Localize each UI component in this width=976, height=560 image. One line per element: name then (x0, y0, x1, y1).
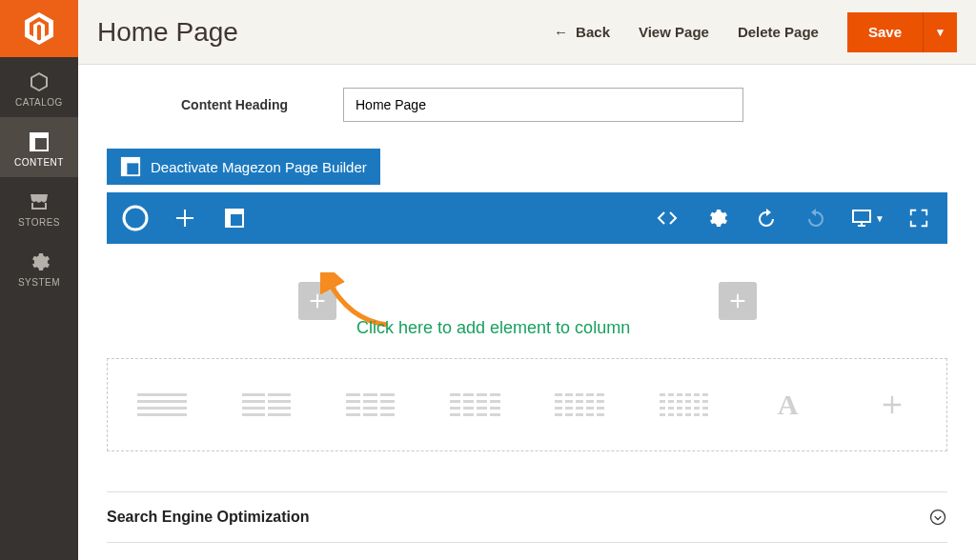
svg-rect-9 (226, 210, 231, 227)
element-type-text-6col[interactable] (648, 386, 719, 424)
undo-icon (755, 207, 778, 230)
plus-icon (173, 207, 196, 230)
plus-icon (879, 391, 905, 418)
svg-point-6 (124, 207, 147, 230)
toolbar-redo-button[interactable] (801, 203, 831, 233)
chevron-down-circle-icon (928, 508, 947, 527)
sidebar-label-content: CONTENT (14, 157, 64, 168)
delete-page-label: Delete Page (738, 24, 819, 40)
heading-icon: A (778, 389, 799, 421)
seo-section-header[interactable]: Search Engine Optimization (107, 491, 947, 543)
page-title: Home Page (97, 17, 238, 48)
save-button[interactable]: Save (847, 12, 923, 52)
toolbar-settings-button[interactable] (702, 203, 732, 233)
code-icon (656, 207, 679, 230)
element-type-text-2col[interactable] (231, 386, 301, 424)
admin-sidebar: CATALOG CONTENT STORES SYSTEM (0, 0, 78, 560)
layout-icon (120, 156, 141, 177)
plus-icon (727, 290, 748, 311)
sidebar-item-catalog[interactable]: CATALOG (0, 57, 78, 117)
element-type-add-more[interactable] (857, 386, 927, 424)
toolbar-fullscreen-button[interactable] (904, 203, 934, 233)
sidebar-label-system: SYSTEM (18, 277, 60, 288)
add-element-button[interactable] (298, 282, 336, 320)
save-dropdown-toggle[interactable]: ▼ (923, 12, 957, 52)
page-header: Home Page ← Back View Page Delete Page S… (78, 0, 976, 65)
sidebar-item-content[interactable]: CONTENT (0, 117, 78, 177)
delete-page-button[interactable]: Delete Page (738, 24, 819, 40)
svg-rect-5 (122, 158, 127, 175)
gear-icon (705, 207, 728, 230)
toolbar-code-button[interactable] (652, 203, 682, 233)
toolbar-device-button[interactable]: ▼ (850, 203, 884, 233)
add-element-button[interactable] (719, 282, 757, 320)
layout-icon (223, 207, 246, 230)
caret-down-icon: ▼ (875, 213, 884, 224)
svg-rect-2 (30, 133, 35, 150)
page-builder-toolbar: ▼ (107, 192, 947, 244)
svg-rect-10 (853, 210, 870, 222)
element-type-text-1col[interactable] (127, 386, 197, 424)
redo-icon (804, 207, 827, 230)
sidebar-label-stores: STORES (18, 217, 60, 228)
deactivate-label: Deactivate Magezon Page Builder (151, 159, 367, 175)
view-page-button[interactable]: View Page (639, 24, 709, 40)
monitor-icon (850, 207, 873, 230)
column-2[interactable] (527, 272, 947, 330)
toolbar-undo-button[interactable] (751, 203, 782, 233)
content-heading-label: Content Heading (181, 97, 343, 112)
seo-title: Search Engine Optimization (107, 509, 309, 526)
save-button-group: Save ▼ (847, 12, 957, 52)
element-type-text-4col[interactable] (439, 386, 510, 424)
caret-down-icon: ▼ (935, 26, 946, 39)
element-type-text-5col[interactable] (544, 386, 615, 424)
sidebar-label-catalog: CATALOG (15, 97, 63, 108)
content-heading-input[interactable] (343, 88, 743, 122)
toolbar-template-button[interactable] (219, 203, 250, 233)
magento-logo[interactable] (0, 0, 78, 57)
deactivate-page-builder-button[interactable]: Deactivate Magezon Page Builder (107, 149, 380, 185)
content-heading-field-row: Content Heading (181, 88, 947, 122)
builder-canvas: Click here to add element to column (107, 244, 947, 470)
sidebar-item-system[interactable]: SYSTEM (0, 237, 78, 297)
element-types-row: A (107, 358, 947, 451)
view-page-label: View Page (639, 24, 709, 40)
column-1[interactable] (107, 272, 527, 330)
columns-row (107, 272, 947, 330)
sidebar-item-stores[interactable]: STORES (0, 177, 78, 237)
fullscreen-icon (908, 208, 929, 229)
back-button[interactable]: ← Back (554, 24, 610, 40)
arrow-left-icon: ← (554, 24, 568, 40)
back-label: Back (576, 24, 610, 40)
element-type-text-3col[interactable] (336, 386, 406, 424)
element-type-heading[interactable]: A (753, 386, 824, 424)
plus-icon (307, 290, 328, 311)
toolbar-logo-button[interactable] (120, 203, 151, 233)
svg-point-11 (931, 510, 946, 525)
toolbar-add-button[interactable] (170, 203, 200, 233)
